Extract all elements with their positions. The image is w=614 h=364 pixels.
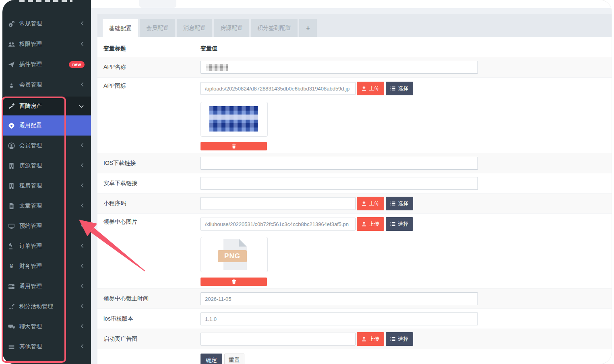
cards-icon xyxy=(8,283,15,290)
sidebar-item-label: 插件管理 xyxy=(19,61,69,68)
yen-icon: ¥ xyxy=(8,263,15,270)
sidebar-item-member-mgmt-sub[interactable]: 会员管理 xyxy=(2,136,91,156)
app-icon-preview xyxy=(201,102,268,137)
sidebar: 常规管理 权限管理 插件管理 new xyxy=(2,0,91,364)
form-row-ios-review-version: ios审核版本 xyxy=(97,308,612,329)
upload-icon xyxy=(362,201,366,206)
chevron-left-icon xyxy=(81,223,84,229)
list-icon xyxy=(8,343,15,350)
sidebar-item-housing-mgmt[interactable]: 房源管理 xyxy=(2,156,91,176)
field-label: 启动页广告图 xyxy=(103,335,137,343)
sidebar-item-common-mgmt[interactable]: 通用管理 xyxy=(2,276,91,296)
trash-icon xyxy=(232,279,236,284)
ios-download-link-input[interactable] xyxy=(201,157,478,170)
upload-icon xyxy=(362,222,366,226)
coupon-image-path-input[interactable] xyxy=(201,218,356,230)
sidebar-item-points-activity-mgmt[interactable]: 积分活动管理 xyxy=(2,296,91,317)
sidebar-item-general-mgmt[interactable]: 常规管理 xyxy=(2,14,91,34)
sidebar-item-finance-mgmt[interactable]: ¥ 财务管理 xyxy=(2,256,91,276)
field-label: 领券中心截止时间 xyxy=(103,295,149,302)
sidebar-item-order-mgmt[interactable]: 订单管理 xyxy=(2,236,91,256)
sidebar-item-label: 聊天管理 xyxy=(19,323,81,330)
app-icon-image xyxy=(209,106,258,132)
sidebar-item-plugin-mgmt[interactable]: 插件管理 new xyxy=(2,54,91,74)
chevron-left-icon xyxy=(81,21,84,27)
upload-icon xyxy=(362,86,366,91)
tab-housing-config[interactable]: 房源配置 xyxy=(214,19,249,37)
sidebar-item-appointment-mgmt[interactable]: 预约管理 xyxy=(2,216,91,236)
tab-message-config[interactable]: 消息配置 xyxy=(177,19,212,37)
sidebar-item-label: 财务管理 xyxy=(19,263,81,270)
sidebar-item-label: 文章管理 xyxy=(19,202,81,210)
plus-icon: + xyxy=(306,24,310,32)
paper-plane-icon xyxy=(8,61,15,68)
chevron-left-icon xyxy=(81,82,84,88)
app-icon-path-input[interactable] xyxy=(201,82,356,95)
sidebar-item-label: 通用管理 xyxy=(19,283,81,290)
magic-wand-icon xyxy=(8,103,15,109)
field-label: APP图标 xyxy=(103,82,126,90)
png-label: PNG xyxy=(218,250,247,262)
chevron-left-icon xyxy=(81,343,84,350)
file-text-icon xyxy=(8,203,15,210)
delete-image-button[interactable] xyxy=(201,142,267,150)
coupon-deadline-input[interactable] xyxy=(201,292,478,305)
sidebar-item-rental-mgmt[interactable]: 租房管理 xyxy=(2,176,91,196)
miniprogram-code-input[interactable] xyxy=(201,197,356,210)
ios-review-version-input[interactable] xyxy=(201,313,478,325)
config-tab-bar: 基础配置 会员配置 消息配置 房源配置 积分签到配置 + xyxy=(97,14,612,37)
sidebar-item-label: 房源管理 xyxy=(19,162,81,169)
png-file-icon: PNG xyxy=(221,239,247,270)
building-icon xyxy=(8,162,15,169)
list-icon xyxy=(391,222,395,226)
upload-button[interactable]: 上传 xyxy=(357,197,384,210)
sidebar-item-label: 西陆房产 xyxy=(19,103,79,110)
splash-ad-input[interactable] xyxy=(201,333,356,345)
column-header-title: 变量标题 xyxy=(103,45,126,52)
upload-button[interactable]: 上传 xyxy=(357,217,384,231)
gear-icon xyxy=(8,122,15,129)
sidebar-item-label: 权限管理 xyxy=(19,41,81,48)
select-button[interactable]: 选择 xyxy=(386,82,413,95)
form-row-submit: 确定 重置 xyxy=(97,349,612,364)
sidebar-item-member-mgmt[interactable]: 会员管理 xyxy=(2,75,91,95)
tab-basic-config[interactable]: 基础配置 xyxy=(103,19,138,37)
form-row-app-icon: APP图标 上传 选择 xyxy=(97,77,612,153)
confirm-button[interactable]: 确定 xyxy=(201,354,222,364)
tab-member-config[interactable]: 会员配置 xyxy=(140,19,175,37)
coupon-image-preview: PNG xyxy=(201,237,268,272)
field-label: APP名称 xyxy=(103,64,126,71)
top-bar xyxy=(91,0,612,8)
delete-image-button[interactable] xyxy=(201,278,267,286)
field-label: IOS下载链接 xyxy=(103,160,136,167)
sidebar-item-article-mgmt[interactable]: 文章管理 xyxy=(2,196,91,216)
upload-button[interactable]: 上传 xyxy=(357,82,384,95)
sidebar-item-other-mgmt[interactable]: 其他管理 xyxy=(2,337,91,357)
field-label: 领券中心图片 xyxy=(103,218,137,226)
chevron-left-icon xyxy=(81,323,84,330)
form-row-coupon-image: 领券中心图片 上传 选择 PNG xyxy=(97,213,612,288)
chevron-left-icon xyxy=(81,263,84,269)
building-icon xyxy=(8,183,15,189)
sidebar-item-chat-mgmt[interactable]: 聊天管理 xyxy=(2,317,91,337)
sidebar-item-common-config[interactable]: 通用配置 xyxy=(2,115,91,136)
android-download-link-input[interactable] xyxy=(201,177,478,190)
form-row-coupon-deadline: 领券中心截止时间 xyxy=(97,288,612,308)
tab-points-signin-config[interactable]: 积分签到配置 xyxy=(251,19,298,37)
chevron-down-icon xyxy=(79,103,84,109)
users-icon xyxy=(8,41,15,48)
select-button[interactable]: 选择 xyxy=(386,217,413,231)
app-name-input[interactable] xyxy=(201,61,478,74)
select-button[interactable]: 选择 xyxy=(386,332,413,346)
form-row-ios-link: IOS下载链接 xyxy=(97,153,612,173)
user-icon xyxy=(8,142,15,149)
add-tab-button[interactable]: + xyxy=(299,19,317,37)
chevron-left-icon xyxy=(81,142,84,149)
upload-button[interactable]: 上传 xyxy=(357,332,384,346)
chevron-left-icon xyxy=(81,283,84,290)
sidebar-item-permission-mgmt[interactable]: 权限管理 xyxy=(2,34,91,54)
reset-button[interactable]: 重置 xyxy=(224,354,244,364)
sidebar-item-xilu-realestate[interactable]: 西陆房产 xyxy=(2,97,91,115)
chevron-left-icon xyxy=(81,303,84,310)
select-button[interactable]: 选择 xyxy=(386,197,413,210)
